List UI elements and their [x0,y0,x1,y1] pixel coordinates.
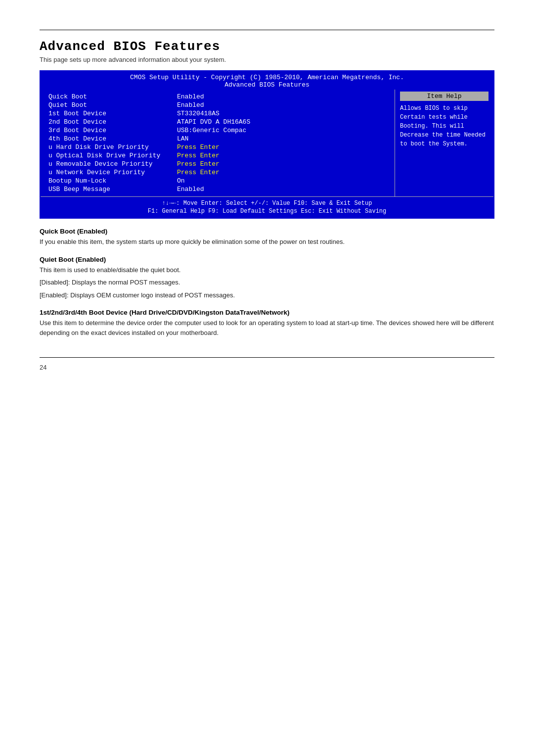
page-subtitle: This page sets up more advanced informat… [40,56,494,63]
bios-table-row: USB Beep MessageEnabled [48,185,390,193]
bios-row-value: Press Enter [177,160,220,168]
page-title: Advanced BIOS Features [40,39,494,54]
bios-row-value: Enabled [177,93,204,100]
item-help-text: Allows BIOS to skip Certain tests while … [400,104,489,148]
bios-row-value: Enabled [177,186,204,193]
bios-row-label: Quick Boot [48,93,177,100]
bios-right-panel: Item Help Allows BIOS to skip Certain te… [395,90,493,196]
top-rule [40,30,494,30]
bios-table-row: u Optical Disk Drive PriorityPress Enter [48,151,390,160]
bios-header-line2: Advanced BIOS Features [43,81,491,89]
description-paragraph: This item is used to enable/disable the … [40,265,494,275]
bios-row-value: Press Enter [177,143,220,151]
description-heading: 1st/2nd/3rd/4th Boot Device (Hard Drive/… [40,309,494,316]
bios-header: CMOS Setup Utility - Copyright (C) 1985-… [41,71,493,90]
bios-table-row: u Network Device PriorityPress Enter [48,168,390,177]
description-paragraph: If you enable this item, the system star… [40,237,494,247]
bios-table-row: 3rd Boot DeviceUSB:Generic Compac [48,126,390,135]
descriptions-container: Quick Boot (Enabled)If you enable this i… [40,228,494,337]
description-heading: Quick Boot (Enabled) [40,228,494,235]
description-section: Quiet Boot (Enabled)This item is used to… [40,256,494,300]
bios-row-value: On [177,177,185,185]
bios-row-label: 4th Boot Device [48,135,177,142]
bios-row-value: ST3320418AS [177,110,220,117]
bios-row-label: u Removable Device Priority [48,160,177,168]
bios-row-value: Press Enter [177,152,220,159]
bios-header-line1: CMOS Setup Utility - Copyright (C) 1985-… [43,74,491,81]
item-help-title: Item Help [400,92,489,101]
bios-row-value: ATAPI DVD A DH16A6S [177,118,250,126]
bios-row-value: Press Enter [177,169,220,176]
bios-row-value: Enabled [177,101,204,109]
description-section: 1st/2nd/3rd/4th Boot Device (Hard Drive/… [40,309,494,337]
description-paragraph: [Disabled]: Displays the normal POST mes… [40,278,494,287]
bios-table-row: Bootup Num-LockOn [48,177,390,185]
bios-table-row: u Removable Device PriorityPress Enter [48,160,390,168]
bios-table-row: Quick BootEnabled [48,93,390,101]
bios-content: Quick BootEnabledQuiet BootEnabled1st Bo… [41,90,493,196]
bios-footer: ↑↓→←: Move Enter: Select +/-/: Value F10… [41,196,493,218]
bios-row-label: 3rd Boot Device [48,127,177,134]
bios-footer-line2: F1: General Help F9: Load Default Settin… [43,208,491,215]
bios-row-label: Quiet Boot [48,101,177,109]
description-paragraph: [Enabled]: Displays OEM customer logo in… [40,290,494,300]
page-number: 24 [40,364,494,371]
bottom-rule [40,357,494,358]
bios-row-label: 2nd Boot Device [48,118,177,126]
description-section: Quick Boot (Enabled)If you enable this i… [40,228,494,247]
bios-row-value: LAN [177,135,188,142]
bios-table-row: u Hard Disk Drive PriorityPress Enter [48,143,390,151]
bios-table-row: 2nd Boot DeviceATAPI DVD A DH16A6S [48,118,390,126]
bios-left-panel: Quick BootEnabledQuiet BootEnabled1st Bo… [41,90,395,196]
bios-footer-line1: ↑↓→←: Move Enter: Select +/-/: Value F10… [43,200,491,207]
bios-table-row: Quiet BootEnabled [48,101,390,109]
bios-row-value: USB:Generic Compac [177,127,246,134]
bios-row-label: USB Beep Message [48,186,177,193]
bios-row-label: Bootup Num-Lock [48,177,177,185]
bios-table-row: 1st Boot DeviceST3320418AS [48,109,390,118]
bios-row-label: u Network Device Priority [48,169,177,176]
description-heading: Quiet Boot (Enabled) [40,256,494,263]
bios-row-label: 1st Boot Device [48,110,177,117]
bios-table-row: 4th Boot DeviceLAN [48,135,390,143]
bios-row-label: u Optical Disk Drive Priority [48,152,177,159]
bios-row-label: u Hard Disk Drive Priority [48,143,177,151]
bios-panel: CMOS Setup Utility - Copyright (C) 1985-… [40,70,494,219]
description-paragraph: Use this item to determine the device or… [40,318,494,337]
